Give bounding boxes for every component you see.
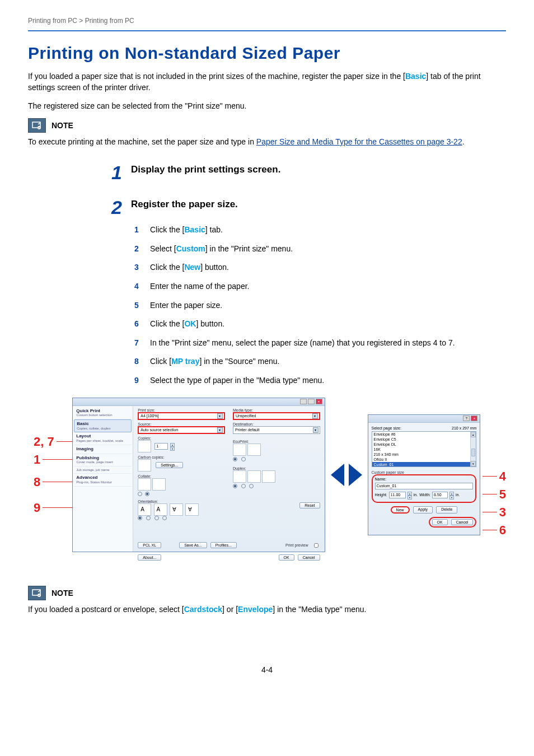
or3[interactable] [154,516,159,520]
nav-layout[interactable]: LayoutPages per sheet, booklet, scale [74,432,132,445]
page-number: 4-4 [28,665,506,674]
new-link: New [184,263,200,272]
delete-button[interactable]: Delete [436,506,457,514]
paper-size-link[interactable]: Paper Size and Media Type for the Casset… [256,137,462,146]
list-item[interactable]: Envelope #6 [372,432,476,437]
apply-button[interactable]: Apply [413,506,433,514]
substep-num: 5 [134,300,142,311]
callout-6: 6 [499,523,506,538]
profiles-button[interactable]: Profiles... [210,542,237,548]
maximize-button[interactable] [308,399,315,404]
height-input[interactable]: 11.00 [389,492,406,498]
collate-label: Collate: [138,474,225,478]
settings-button[interactable]: Settings... [156,462,183,468]
intro-paragraph: If you loaded a paper size that is not i… [28,71,506,94]
list-item-selected[interactable]: Custom_01 [372,462,476,467]
or2[interactable] [146,516,151,520]
t: Quick Print [76,409,129,414]
eco-off-icon[interactable] [233,444,246,456]
minimize-button[interactable] [300,399,307,404]
t: Basic [77,422,129,427]
page-size-list[interactable]: Envelope #6 Envelope C5 Envelope DL 16K … [372,431,477,467]
nav-publishing[interactable]: PublishingCover mode, page insert [74,454,132,466]
width-spinner[interactable]: ▴▾ [449,492,454,498]
note-label: NOTE [51,589,73,598]
list-item[interactable]: Envelope C5 [372,437,476,442]
or1[interactable] [138,516,142,520]
eco1[interactable] [233,457,237,461]
collate-on-icon[interactable] [138,478,151,491]
eco2[interactable] [241,457,246,461]
dup-long-icon[interactable] [247,470,261,483]
ok-button-2[interactable]: OK [432,519,448,525]
scroll-thumb[interactable] [471,449,475,456]
chevron-down-icon: ▾ [217,427,223,433]
scroll-up-icon[interactable]: ▴ [471,432,476,437]
note-label: NOTE [51,121,73,130]
about-button[interactable]: About... [138,554,161,561]
eco-on-icon[interactable] [247,444,261,456]
nav-basic[interactable]: BasicCopies, collate, duplex [74,419,132,432]
t: Select [ [150,244,176,253]
media-combo[interactable]: Unspecified▾ [233,412,320,420]
dest-combo[interactable]: Printer default▾ [233,426,320,434]
unit: in. [414,493,418,497]
t: Job storage, job name [76,468,129,472]
copies-input[interactable]: 1 [154,443,168,450]
close-button[interactable]: × [316,399,322,404]
saveas-button[interactable]: Save As... [179,542,207,548]
collate-radio2[interactable] [145,492,149,496]
new-button[interactable]: New [391,506,410,514]
orient-rot1-icon[interactable]: Ɐ [170,503,183,516]
nav-job[interactable]: Job storage, job name [74,466,132,474]
list-item[interactable]: Oficio II [372,457,476,462]
orient-rot2-icon[interactable]: Ɐ [185,503,199,516]
callout-3: 3 [499,505,506,520]
dup2[interactable] [241,484,246,488]
note-header: NOTE [28,118,506,133]
print-size-combo[interactable]: A4 [100%]▾ [138,412,225,420]
v: Printer default [235,428,260,432]
note-icon [28,586,46,600]
pcl-button[interactable]: PCL XL [138,542,161,548]
collate-off-icon[interactable] [152,478,166,491]
close-button[interactable]: × [471,416,477,421]
orient-landscape-icon[interactable]: A [154,503,167,516]
or4[interactable] [162,516,167,520]
scroll-down-icon[interactable]: ▾ [471,461,476,466]
v: A4 [100%] [140,414,158,418]
t: ] in the "Print size" menu. [205,244,293,253]
ok-button[interactable]: OK [279,554,294,561]
dup3[interactable] [249,484,254,488]
name-input[interactable]: Custom_01 [375,483,474,489]
nav-advanced[interactable]: AdvancedPlug-ins, Status Monitor [74,474,132,486]
copies-spinner[interactable]: ▴▾ [170,443,175,450]
width-input[interactable]: 8.50 [432,492,448,498]
t: ] button. [196,319,224,328]
height-spinner[interactable]: ▴▾ [407,492,412,498]
print-size-label: Print size: [138,408,225,412]
cancel-button-2[interactable]: Cancel [451,519,474,525]
list-item[interactable]: 216 x 340 mm [372,452,476,457]
orient-portrait-icon[interactable]: A [138,503,151,516]
substep-num: 1 [134,225,142,236]
scrollbar[interactable]: ▴ ▾ [470,432,476,466]
dup-off-icon[interactable] [233,470,246,483]
ecoprint-label: EcoPrint: [233,440,320,444]
nav-quick-print[interactable]: Quick PrintCustom button selection [74,407,132,419]
collate-radio1[interactable] [138,492,142,496]
preview-checkbox[interactable] [314,543,318,548]
nav-imaging[interactable]: Imaging [74,445,132,454]
page-sizes-dialog: ? × Select page size: 210 x 297 mm Envel… [368,414,481,535]
reset-button[interactable]: Reset [299,502,320,508]
t: Cover mode, page insert [76,460,129,464]
help-button[interactable]: ? [463,416,470,421]
carbon-label: Carbon copies: [138,455,225,459]
dup1[interactable] [233,484,237,488]
dup-short-icon[interactable] [262,470,275,483]
cancel-button[interactable]: Cancel [298,554,320,561]
t: ] in the "Source" menu. [199,357,279,366]
list-item[interactable]: Envelope DL [372,442,476,447]
list-item[interactable]: 16K [372,447,476,452]
source-combo[interactable]: Auto source selection▾ [138,426,225,434]
